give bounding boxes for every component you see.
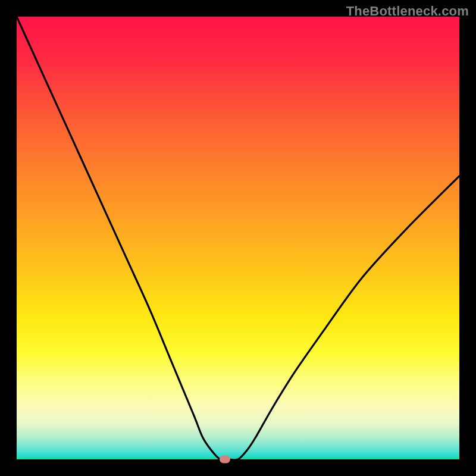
bottleneck-curve-path <box>17 17 459 460</box>
optimal-point-marker <box>220 456 230 464</box>
chart-frame: TheBottleneck.com <box>0 0 476 476</box>
watermark-text: TheBottleneck.com <box>346 4 469 19</box>
plot-area <box>17 17 459 459</box>
bottleneck-curve <box>17 17 459 459</box>
